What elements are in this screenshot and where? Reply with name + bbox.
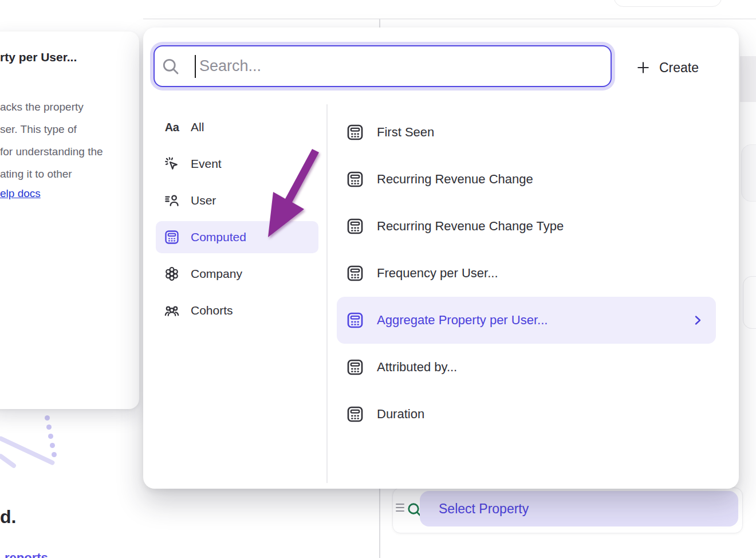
background-column-divider-bottom	[379, 489, 380, 558]
decorative-dot	[50, 443, 55, 448]
background-divider-line	[143, 18, 756, 19]
category-computed[interactable]: Computed	[156, 221, 318, 253]
category-label: Event	[191, 157, 222, 171]
cohorts-icon	[164, 302, 180, 319]
cursor-click-icon	[164, 156, 180, 172]
property-help-tooltip: rty per User... acks the property ser. T…	[0, 32, 139, 409]
category-user[interactable]: User	[156, 184, 318, 217]
tooltip-title: rty per User...	[0, 50, 77, 64]
property-duration[interactable]: Duration	[337, 391, 716, 438]
search-input[interactable]	[153, 45, 612, 87]
text-cursor	[195, 55, 196, 78]
calculator-icon	[164, 229, 180, 245]
category-all[interactable]: AaAll	[156, 111, 318, 143]
property-recurring-revenue-change-type[interactable]: Recurring Revenue Change Type	[337, 203, 716, 250]
create-button-label: Create	[659, 60, 699, 76]
calculator-icon	[346, 311, 364, 329]
tooltip-body-line: for understanding the	[0, 140, 103, 163]
category-label: Cohorts	[191, 304, 233, 317]
calculator-icon	[346, 405, 364, 423]
property-label: Frequency per User...	[377, 266, 498, 281]
calculator-icon	[346, 170, 364, 188]
category-sidebar: AaAll Event User Computed Company Cohort…	[156, 111, 318, 331]
category-label: All	[191, 120, 204, 134]
decorative-dot	[48, 434, 53, 439]
property-recurring-revenue-change[interactable]: Recurring Revenue Change	[337, 156, 716, 203]
create-button[interactable]: Create	[636, 56, 699, 79]
tooltip-body-line: acks the property	[0, 96, 103, 118]
aa-icon: Aa	[164, 119, 180, 135]
decorative-dot	[45, 415, 50, 421]
category-label: Computed	[191, 230, 246, 244]
property-label: Aggregate Property per User...	[377, 313, 548, 328]
decorative-dot	[52, 452, 57, 457]
category-cohorts[interactable]: Cohorts	[156, 294, 318, 327]
property-frequency-per-user[interactable]: Frequency per User...	[337, 250, 716, 297]
property-row-card: Select Property	[392, 488, 743, 533]
calculator-icon	[346, 358, 364, 376]
property-label: First Seen	[377, 125, 434, 140]
clipped-link-fragment[interactable]: reports	[5, 551, 48, 558]
property-label: Attributed by...	[377, 360, 457, 375]
app-background: rty per User... acks the property ser. T…	[0, 0, 756, 558]
property-label: Recurring Revenue Change Type	[377, 219, 564, 234]
category-company[interactable]: Company	[156, 258, 318, 290]
decorative-dot	[46, 425, 52, 430]
user-list-icon	[164, 192, 180, 209]
property-first-seen[interactable]: First Seen	[337, 109, 716, 156]
category-label: Company	[191, 267, 242, 281]
background-panel-edge	[740, 56, 756, 102]
drag-handle-icon[interactable]	[396, 504, 405, 512]
plus-icon	[636, 60, 651, 75]
background-card-edge	[741, 144, 756, 202]
calculator-icon	[346, 264, 364, 282]
category-label: User	[191, 194, 216, 207]
property-label: Duration	[377, 407, 424, 422]
property-aggregate-property-per-user[interactable]: Aggregate Property per User...	[337, 297, 716, 344]
select-property-button[interactable]: Select Property	[420, 491, 738, 526]
help-docs-link[interactable]: elp docs	[0, 187, 41, 200]
background-card-edge	[743, 276, 756, 329]
property-label: Recurring Revenue Change	[377, 172, 533, 187]
tooltip-body: acks the property ser. This type of for …	[0, 96, 103, 185]
clipped-heading-fragment: d.	[0, 506, 16, 528]
property-attributed-by[interactable]: Attributed by...	[337, 344, 716, 391]
chevron-right-icon	[691, 313, 704, 327]
background-button-remnant	[614, 0, 722, 7]
property-picker-panel: Create AaAll Event User Computed Company…	[143, 27, 739, 489]
category-event[interactable]: Event	[156, 148, 318, 180]
calculator-icon	[346, 217, 364, 235]
tooltip-body-line: ating it to other	[0, 163, 103, 185]
panel-divider	[326, 104, 328, 483]
calculator-icon	[346, 123, 364, 142]
decorative-line	[0, 453, 17, 469]
select-property-label: Select Property	[439, 501, 529, 517]
tooltip-body-line: ser. This type of	[0, 118, 103, 140]
company-icon	[164, 266, 180, 282]
property-list: First Seen Recurring Revenue Change Recu…	[337, 109, 716, 438]
